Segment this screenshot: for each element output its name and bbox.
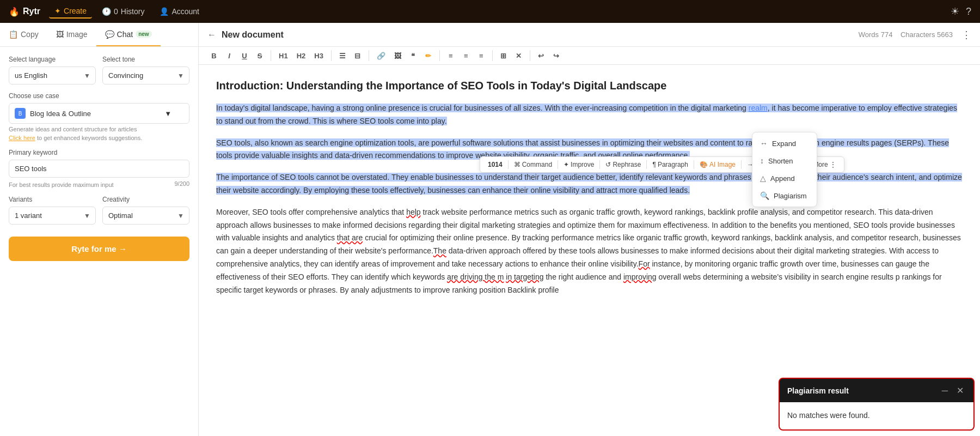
h3-button[interactable]: H3 — [311, 49, 327, 62]
command-icon: ⌘ — [514, 161, 520, 168]
words-label: Words — [859, 31, 879, 39]
append-icon: △ — [760, 174, 766, 183]
inline-tb-ai-image-label: AI Image — [709, 161, 736, 168]
keyword-count: 9/200 — [174, 180, 189, 188]
article-title: Introduction: Understanding the Importan… — [216, 78, 963, 93]
logo-icon: 🔥 — [9, 7, 20, 17]
for-word: For — [639, 259, 650, 268]
h1-button[interactable]: H1 — [275, 49, 291, 62]
tone-select-wrapper: Convincing ▼ — [102, 66, 189, 84]
account-icon: 👤 — [160, 7, 169, 16]
language-select-wrapper: us English ▼ — [9, 66, 96, 84]
plagiarism-icon: 🔍 — [760, 191, 769, 200]
the-word: The — [433, 246, 446, 255]
rephrase-icon: ↺ — [605, 161, 611, 168]
ryte-btn-label: Ryte for me → — [71, 244, 127, 253]
align-right-button[interactable]: ≡ — [475, 49, 488, 62]
variants-select-wrapper: 1 variant ▼ — [9, 207, 96, 225]
improving-word: improving — [623, 272, 657, 281]
h2-button[interactable]: H2 — [293, 49, 309, 62]
lang-tone-row: Select language us English ▼ Select tone… — [9, 56, 189, 92]
nav-account[interactable]: 👤 Account — [154, 5, 205, 18]
italic-button[interactable]: I — [223, 49, 236, 62]
tab-image[interactable]: 🖼 Image — [47, 23, 96, 46]
dropdown-expand[interactable]: ↔ Expand — [752, 135, 817, 152]
nav-history-label: History — [121, 7, 145, 16]
strikethrough-button[interactable]: S — [253, 49, 266, 62]
underline-button[interactable]: U — [238, 49, 251, 62]
align-center-button[interactable]: ≡ — [460, 49, 473, 62]
theme-icon[interactable]: ☀ — [951, 5, 959, 17]
use-case-group: Choose use case B Blog Idea & Outline ▼ … — [9, 92, 189, 141]
plagiarism-close-btn[interactable]: ✕ — [954, 384, 966, 397]
use-case-value: Blog Idea & Outline — [30, 110, 91, 118]
image-tab-icon: 🖼 — [56, 30, 64, 39]
plagiarism-minimize-btn[interactable]: ─ — [940, 385, 950, 397]
expand-icon: ↔ — [760, 139, 768, 148]
plagiarism-panel: Plagiarism result ─ ✕ No matches were fo… — [779, 378, 975, 431]
inline-tb-command[interactable]: ⌘ Command — [511, 159, 555, 170]
inline-tb-paragraph[interactable]: ¶ Paragraph — [649, 159, 691, 170]
variants-select[interactable]: 1 variant — [9, 207, 96, 225]
use-case-wrapper: B Blog Idea & Outline ▼ — [9, 103, 189, 124]
left-sidebar: 📋 Copy 🖼 Image 💬 Chat new Select languag… — [0, 23, 199, 436]
link-button[interactable]: 🔗 — [373, 49, 389, 62]
dropdown-append[interactable]: △ Append — [752, 169, 817, 187]
highlight-button[interactable]: ✏ — [422, 49, 435, 62]
inline-tb-divider-3 — [599, 160, 600, 169]
sidebar-form: Select language us English ▼ Select tone… — [0, 47, 198, 436]
table-button[interactable]: ⊞ — [497, 49, 510, 62]
variants-group: Variants 1 variant ▼ — [9, 196, 96, 225]
use-case-hint-text: Generate ideas and content structure for… — [9, 126, 137, 132]
clear-button[interactable]: ✕ — [512, 49, 525, 62]
language-select[interactable]: us English — [9, 66, 96, 84]
redo-button[interactable]: ↪ — [550, 49, 563, 62]
tab-chat[interactable]: 💬 Chat new — [96, 23, 161, 46]
inline-tb-improve[interactable]: ✦ Improve — [560, 159, 597, 170]
click-here-hint: to get enhanced keywords suggestions. — [37, 135, 142, 141]
inline-tb-divider-4 — [646, 160, 647, 169]
inline-tb-count: 1014 — [485, 159, 506, 170]
realm-link[interactable]: realm — [749, 104, 768, 112]
ordered-list-button[interactable]: ⊟ — [351, 49, 364, 62]
image-button[interactable]: 🖼 — [391, 49, 405, 62]
nav-create[interactable]: ✦ Create — [49, 4, 92, 19]
tone-select[interactable]: Convincing — [102, 66, 189, 84]
doc-menu-icon[interactable]: ⋮ — [961, 29, 971, 41]
help-word: help — [406, 208, 420, 216]
align-left-button[interactable]: ≡ — [444, 49, 457, 62]
nav-history[interactable]: 🕐 0 History — [96, 5, 150, 18]
tab-copy[interactable]: 📋 Copy — [0, 23, 47, 46]
dropdown-shorten[interactable]: ↕ Shorten — [752, 152, 817, 169]
undo-button[interactable]: ↩ — [535, 49, 548, 62]
variants-creativity-row: Variants 1 variant ▼ Creativity Optimal — [9, 196, 189, 232]
creativity-group: Creativity Optimal ▼ — [102, 196, 189, 225]
chat-new-badge: new — [136, 31, 151, 38]
use-case-btn[interactable]: B Blog Idea & Outline ▼ — [9, 103, 189, 124]
toolbar-divider-4 — [439, 50, 440, 61]
are-driving: are driving the m — [447, 272, 504, 281]
inline-tb-rephrase[interactable]: ↺ Rephrase — [602, 159, 644, 170]
article-para-3: The importance of SEO tools cannot be ov… — [216, 171, 963, 197]
create-icon: ✦ — [54, 7, 61, 15]
dropdown-plagiarism[interactable]: 🔍 Plagiarism — [752, 187, 817, 204]
quote-button[interactable]: ❝ — [407, 49, 420, 62]
inline-tb-ai-image[interactable]: 🎨 AI Image — [696, 159, 739, 170]
help-icon[interactable]: ? — [966, 6, 971, 17]
improve-icon: ✦ — [564, 161, 569, 168]
bullet-list-button[interactable]: ☰ — [336, 49, 349, 62]
shorten-icon: ↕ — [760, 156, 764, 165]
back-arrow-icon[interactable]: ← — [207, 30, 216, 40]
keyword-input[interactable] — [9, 160, 189, 178]
dropdown-plagiarism-label: Plagiarism — [774, 192, 807, 200]
tone-group: Select tone Convincing ▼ — [102, 56, 189, 84]
toolbar-divider-6 — [530, 50, 530, 61]
bold-button[interactable]: B — [207, 49, 220, 62]
logo[interactable]: 🔥 Rytr — [9, 7, 40, 17]
click-here-link[interactable]: Click here — [9, 135, 35, 141]
ryte-button[interactable]: Ryte for me → — [9, 237, 189, 261]
creativity-select[interactable]: Optimal — [102, 207, 189, 225]
chat-tab-icon: 💬 — [105, 30, 114, 39]
main-layout: 📋 Copy 🖼 Image 💬 Chat new Select languag… — [0, 23, 980, 436]
history-icon: 🕐 — [102, 7, 111, 16]
